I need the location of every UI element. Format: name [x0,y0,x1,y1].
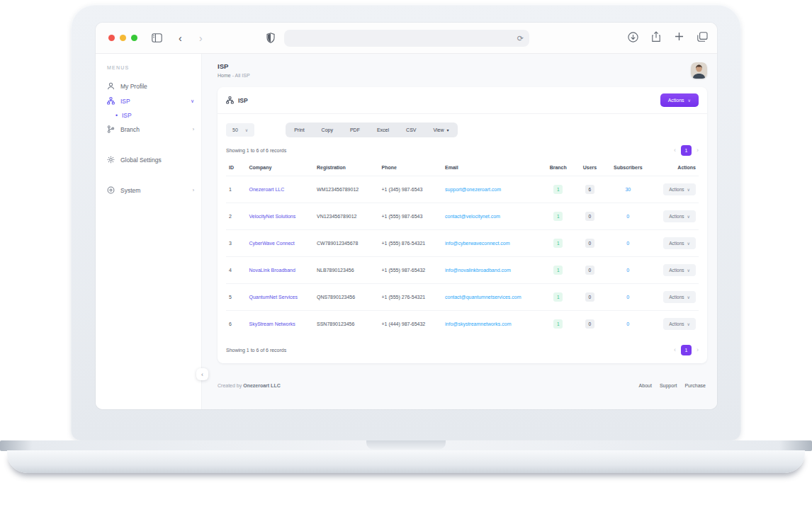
row-actions-button[interactable]: Actions ∨ [663,183,696,195]
email-link[interactable]: info@skystreamnetworks.com [445,321,511,326]
row-actions-button[interactable]: Actions ∨ [663,237,696,249]
chevron-down-icon: ∨ [688,98,691,103]
company-link[interactable]: Onezeroart LLC [249,187,284,192]
chevron-down-icon: ∨ [191,98,194,104]
card-title-label: ISP [238,97,248,104]
minimize-window-button[interactable] [120,35,126,41]
sidebar-subitem-label: ISP [122,112,132,119]
users-badge: 0 [585,212,594,221]
company-link[interactable]: NovaLink Broadband [249,268,295,273]
sidebar-item-label: ISP [120,98,185,105]
col-id: ID [226,159,246,176]
print-button[interactable]: Print [286,123,312,137]
prev-page-icon[interactable]: ‹ [674,347,676,353]
email-link[interactable]: info@cyberwaveconnect.com [445,241,510,246]
table-row: 4 NovaLink Broadband NLB7890123456 +1 (5… [226,257,699,284]
cell-id: 1 [226,176,246,203]
subscribers-link[interactable]: 0 [626,268,629,273]
excel-button[interactable]: Excel [368,123,397,137]
subscribers-link[interactable]: 0 [626,241,629,246]
col-actions: Actions [650,159,699,176]
subscribers-link[interactable]: 0 [626,321,629,326]
caret-down-icon: ▾ [447,127,449,132]
privacy-shield-icon[interactable] [266,33,275,43]
cell-registration: VN123456789012 [314,203,379,230]
copy-button[interactable]: Copy [313,123,342,137]
row-actions-button[interactable]: Actions ∨ [663,264,696,276]
cell-registration: NLB7890123456 [314,257,379,284]
avatar[interactable] [691,62,707,79]
table-row: 1 Onezeroart LLC WM123456789012 +1 (345)… [226,176,699,203]
share-icon[interactable] [651,31,661,42]
breadcrumb-separator: - [232,73,234,78]
footer-link-support[interactable]: Support [660,383,677,388]
company-link[interactable]: QuantumNet Services [249,295,297,300]
sidebar-toggle-icon[interactable] [152,33,162,42]
subscribers-link[interactable]: 0 [626,295,629,300]
branch-badge: 1 [553,266,563,275]
email-link[interactable]: info@novalinkbroadband.com [445,268,511,273]
cell-phone: +1 (555) 987-6543 [379,203,442,230]
row-actions-button[interactable]: Actions ∨ [663,291,696,303]
subscribers-link[interactable]: 0 [626,214,629,219]
company-link[interactable]: CyberWave Connect [249,241,294,246]
company-link[interactable]: SkyStream Networks [249,321,295,326]
page-size-select[interactable]: 50 ∨ [226,123,254,137]
address-bar[interactable]: ⟳ [284,30,529,47]
sidebar-subitem-isp[interactable]: • ISP [107,108,194,122]
zoom-window-button[interactable] [131,35,137,41]
sidebar-item-branch[interactable]: Branch › [107,122,194,137]
email-link[interactable]: contact@quantumnetservices.com [445,295,521,300]
row-actions-button[interactable]: Actions ∨ [663,210,696,222]
laptop-base-bottom [7,450,805,473]
sidebar-item-system[interactable]: System › [107,183,194,198]
sidebar-item-my-profile[interactable]: My Profile [107,79,194,93]
email-link[interactable]: support@onezeroart.com [445,187,501,192]
downloads-icon[interactable] [628,32,638,42]
chevron-down-icon: ∨ [687,322,690,326]
col-branch: Branch [543,159,573,176]
prev-page-icon[interactable]: ‹ [674,147,676,154]
breadcrumb-current: All ISP [235,73,250,78]
next-page-icon[interactable]: › [697,347,699,353]
reload-icon[interactable]: ⟳ [517,35,524,42]
next-page-icon[interactable]: › [697,147,699,154]
breadcrumb-home[interactable]: Home [218,73,231,78]
sidebar-collapse-button[interactable]: ‹ [196,368,208,380]
col-phone: Phone [379,159,442,176]
cell-phone: +1 (555) 276-54321 [379,284,442,311]
footer-link-purchase[interactable]: Purchase [684,383,706,388]
avatar-image [691,62,707,79]
table-row: 2 VelocityNet Solutions VN123456789012 +… [226,203,699,230]
new-tab-icon[interactable] [675,32,684,41]
back-icon[interactable]: ‹ [179,33,182,43]
table-toolbar: 50 ∨ Print Copy PDF Excel CSV View ▾ [218,114,707,137]
footer-link-about[interactable]: About [639,383,652,388]
view-button[interactable]: View ▾ [424,123,457,137]
cell-registration: CW789012345678 [314,230,379,257]
chevron-down-icon: ∨ [687,188,690,192]
card-actions-button[interactable]: Actions ∨ [660,93,699,107]
branch-badge: 1 [553,319,563,329]
pdf-button[interactable]: PDF [342,123,368,137]
company-link[interactable]: VelocityNet Solutions [249,214,295,219]
row-actions-button[interactable]: Actions ∨ [663,318,696,330]
table-row: 5 QuantumNet Services QNS7890123456 +1 (… [226,284,699,311]
page-number-button[interactable]: 1 [681,345,692,355]
subscribers-link[interactable]: 30 [625,187,631,192]
branch-icon [107,125,115,133]
email-link[interactable]: contact@velocitynet.com [445,214,500,219]
tab-overview-icon[interactable] [697,32,708,42]
page-title: ISP [218,62,250,70]
close-window-button[interactable] [108,35,115,41]
csv-button[interactable]: CSV [397,123,424,137]
cell-id: 3 [226,230,246,257]
forward-icon[interactable]: › [199,33,203,43]
sidebar-item-isp[interactable]: ISP ∨ [107,93,194,108]
chevron-down-icon: ∨ [687,268,690,273]
footer-credit: Created by Onezeroart LLC [218,383,281,388]
sidebar-item-global-settings[interactable]: Global Settings [107,152,194,167]
cell-phone: +1 (555) 876-54321 [379,230,442,257]
page-number-button[interactable]: 1 [681,145,692,156]
chevron-right-icon: › [193,127,194,132]
